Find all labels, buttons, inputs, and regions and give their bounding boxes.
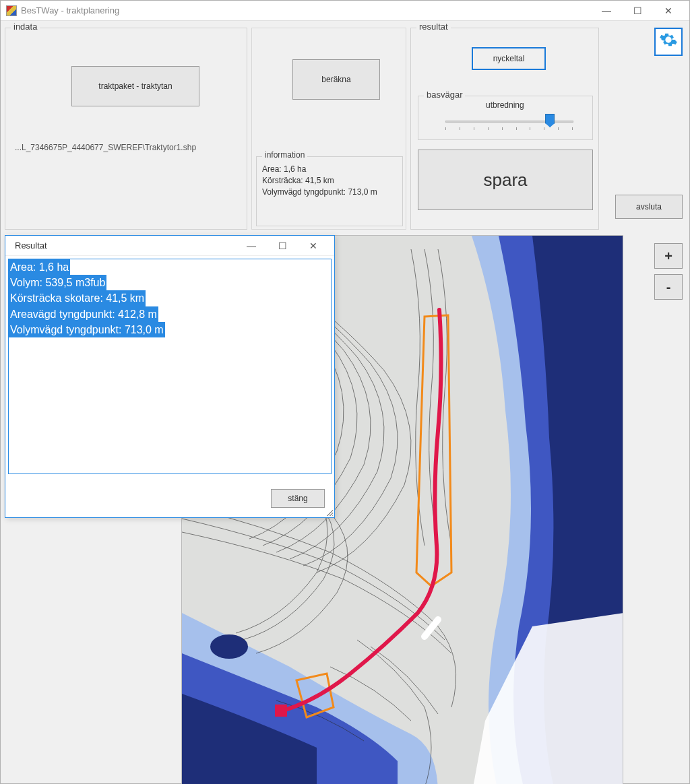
- dialog-textbox[interactable]: Area: 1,6 ha Volym: 539,5 m3fub Körsträc…: [8, 259, 332, 474]
- indata-group-title: indata: [11, 22, 40, 32]
- info-line: Körsträcka: 41,5 km: [262, 175, 377, 187]
- basvagar-group-title: basvägar: [424, 90, 465, 100]
- information-group: information Area: 1,6 ha Körsträcka: 41,…: [256, 156, 403, 226]
- indata-group: indata traktpaket - traktytan ...L_73466…: [5, 28, 247, 230]
- info-line: Volymvägd tyngdpunkt: 713,0 m: [262, 187, 377, 198]
- berakna-group: beräkna information Area: 1,6 ha Körsträ…: [251, 28, 406, 230]
- maximize-button[interactable]: ☐: [622, 1, 653, 21]
- dialog-title: Resultat: [15, 240, 47, 251]
- nyckeltal-label: nyckeltal: [493, 54, 525, 63]
- dialog-stang-button[interactable]: stäng: [271, 489, 325, 508]
- result-line: Areavägd tyngdpunkt: 412,8 m: [9, 306, 158, 322]
- close-button[interactable]: ✕: [653, 1, 684, 21]
- result-line: Volym: 539,5 m3fub: [9, 275, 106, 290]
- zoom-out-button[interactable]: -: [654, 274, 683, 300]
- result-line: Körsträcka skotare: 41,5 km: [9, 290, 146, 306]
- result-line: Volymvägd tyngdpunkt: 713,0 m: [9, 322, 165, 337]
- titlebar[interactable]: BesTWay - traktplanering — ☐ ✕: [1, 1, 689, 21]
- avsluta-label: avsluta: [636, 202, 662, 211]
- utbredning-label: utbredning: [486, 100, 524, 110]
- berakna-button[interactable]: beräkna: [292, 59, 380, 100]
- berakna-label: beräkna: [321, 75, 350, 84]
- resize-grip-icon[interactable]: [325, 508, 333, 516]
- dialog-stang-label: stäng: [288, 494, 307, 503]
- main-window: BesTWay - traktplanering — ☐ ✕ indata tr…: [0, 0, 690, 784]
- traktpaket-label: traktpaket - traktytan: [98, 81, 172, 91]
- dialog-close-button[interactable]: ✕: [298, 236, 329, 256]
- window-title: BesTWay - traktplanering: [21, 5, 119, 15]
- content-area: indata traktpaket - traktytan ...L_73466…: [1, 21, 689, 783]
- dialog-minimize-button[interactable]: —: [236, 236, 267, 256]
- plus-icon: +: [664, 249, 672, 264]
- traktpaket-button[interactable]: traktpaket - traktytan: [71, 66, 199, 106]
- utbredning-slider[interactable]: [445, 115, 573, 131]
- svg-rect-2: [275, 705, 287, 717]
- basvagar-group: basvägar utbredning: [418, 96, 593, 140]
- information-group-title: information: [262, 150, 307, 160]
- resultat-group: resultat nyckeltal basvägar utbredning: [410, 28, 599, 230]
- spara-button[interactable]: spara: [418, 150, 593, 210]
- slider-ticks: [445, 127, 573, 130]
- information-text: Area: 1,6 ha Körsträcka: 41,5 km Volymvä…: [262, 164, 377, 197]
- filepath-label: ...L_7346675P_4440677_SWEREF\Traktytor1.…: [15, 143, 196, 152]
- resultat-dialog[interactable]: Resultat — ☐ ✕ Area: 1,6 ha Volym: 539,5…: [5, 235, 335, 518]
- minimize-button[interactable]: —: [591, 1, 622, 21]
- dialog-maximize-button[interactable]: ☐: [267, 236, 298, 256]
- svg-point-1: [210, 634, 248, 659]
- spara-label: spara: [483, 170, 527, 191]
- info-line: Area: 1,6 ha: [262, 164, 377, 175]
- nyckeltal-button[interactable]: nyckeltal: [472, 47, 546, 70]
- zoom-in-button[interactable]: +: [654, 243, 683, 269]
- settings-button[interactable]: [654, 28, 683, 56]
- app-icon: [6, 5, 17, 16]
- slider-thumb[interactable]: [545, 114, 555, 127]
- minus-icon: -: [666, 280, 671, 295]
- gear-icon: [659, 30, 678, 54]
- result-line: Area: 1,6 ha: [9, 259, 70, 275]
- avsluta-button[interactable]: avsluta: [615, 195, 683, 219]
- resultat-group-title: resultat: [416, 22, 451, 32]
- dialog-titlebar[interactable]: Resultat — ☐ ✕: [5, 236, 334, 256]
